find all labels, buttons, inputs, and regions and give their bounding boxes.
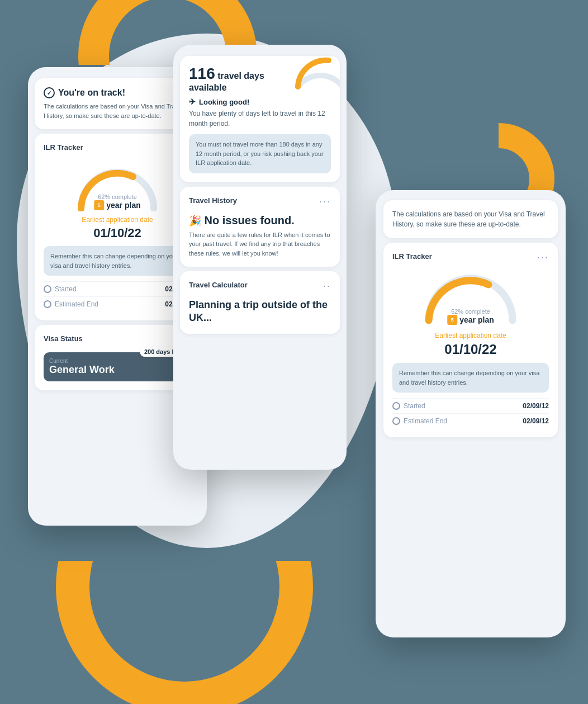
clock-icon-started	[44, 285, 51, 293]
looking-good-text: You have plenty of days left to travel i…	[189, 108, 331, 129]
ilr-gauge-right: 62% complete 5 year plan	[420, 270, 521, 326]
end-row-right: Estimated End 02/09/12	[392, 413, 549, 428]
on-track-card-right: The calculations are based on your Visa …	[383, 200, 558, 238]
calendar-icon: 5	[94, 200, 104, 210]
ilr-card-header: ILR Tracker ···	[44, 143, 191, 154]
gauge-plan-right: 5 year plan	[447, 315, 494, 325]
on-track-title: ✓ You're on track!	[44, 87, 191, 98]
travel-days-card: 116 travel days available ✈ Looking good…	[180, 56, 340, 182]
started-row-right: Started 02/09/12	[392, 398, 549, 413]
visa-card-inner: 200 days left Current General Work	[44, 352, 191, 381]
gauge-plan: 5 year plan	[94, 200, 140, 210]
end-label-right: Estimated End	[392, 417, 447, 425]
party-icon: 🎉	[189, 215, 201, 226]
planning-trip: Planning a trip outside of the UK...	[189, 299, 331, 325]
small-gauge-svg	[295, 56, 340, 89]
travel-calc-dots[interactable]: ··	[323, 280, 331, 292]
end-value-right: 02/09/12	[523, 417, 549, 425]
travel-calc-title: Travel Calculator	[189, 281, 248, 289]
started-value-right: 02/09/12	[523, 402, 549, 410]
travel-calc-card: Travel Calculator ·· Planning a trip out…	[180, 271, 340, 334]
plane-icon: ✈	[189, 97, 196, 106]
clock-icon-started-right	[392, 402, 400, 410]
started-label: Started	[44, 285, 77, 293]
on-track-body-right: The calculations are based on your Visa …	[392, 209, 549, 229]
check-circle-icon: ✓	[44, 87, 55, 98]
calendar-icon-right: 5	[447, 315, 457, 325]
ilr-right-dots[interactable]: ···	[537, 252, 549, 263]
visa-type: General Work	[49, 364, 186, 376]
travel-calc-header: Travel Calculator ··	[189, 280, 331, 292]
on-track-body: The calculations are based on your Visa …	[44, 102, 191, 120]
no-issues-text: There are quite a few rules for ILR when…	[189, 230, 331, 258]
warning-box: You must not travel more than 180 days i…	[189, 134, 331, 173]
ilr-right-title: ILR Tracker	[392, 252, 432, 261]
gauge-percent-right: 62% complete	[447, 308, 494, 315]
phone-right: The calculations are based on your Visa …	[376, 190, 566, 637]
no-issues: 🎉 No issues found.	[189, 214, 331, 227]
travel-history-dots[interactable]: ···	[319, 196, 331, 207]
ilr-gauge: 62% complete 5 year plan	[73, 161, 162, 211]
clock-icon-end	[44, 300, 51, 308]
visa-card-header: Visa Status ···	[44, 334, 191, 346]
gauge-label: 62% complete 5 year plan	[94, 193, 140, 210]
travel-days-number: 116	[189, 65, 215, 82]
travel-history-card: Travel History ··· 🎉 No issues found. Th…	[180, 187, 340, 267]
ilr-date: 01/10/22	[44, 226, 191, 240]
ilr-tracker-card-right: ILR Tracker ··· 62% complete 5 year plan…	[383, 243, 558, 437]
end-row: Estimated End 02/09/12	[44, 296, 191, 311]
ilr-title: ILR Tracker	[44, 143, 83, 152]
ilr-date-right: 01/10/22	[392, 342, 549, 357]
gauge-label-right: 62% complete 5 year plan	[447, 308, 494, 325]
visa-current-label: Current	[49, 358, 186, 364]
travel-history-title: Travel History	[189, 196, 237, 205]
info-box-right: Remember this can change depending on yo…	[392, 363, 549, 393]
clock-icon-end-right	[392, 417, 400, 425]
gauge-percent: 62% complete	[94, 193, 140, 200]
earliest-label-right: Earliest application date	[392, 332, 549, 339]
looking-good: ✈ Looking good!	[189, 97, 331, 106]
end-label: Estimated End	[44, 300, 98, 308]
info-box: Remember this can change depending on yo…	[44, 246, 191, 276]
started-label-right: Started	[392, 402, 425, 410]
ilr-right-header: ILR Tracker ···	[392, 252, 549, 263]
started-row: Started 02/09/12	[44, 281, 191, 296]
phone-middle: 116 travel days available ✈ Looking good…	[173, 45, 347, 470]
travel-history-header: Travel History ···	[189, 196, 331, 207]
earliest-label: Earliest application date	[44, 216, 191, 224]
visa-title: Visa Status	[44, 334, 83, 343]
